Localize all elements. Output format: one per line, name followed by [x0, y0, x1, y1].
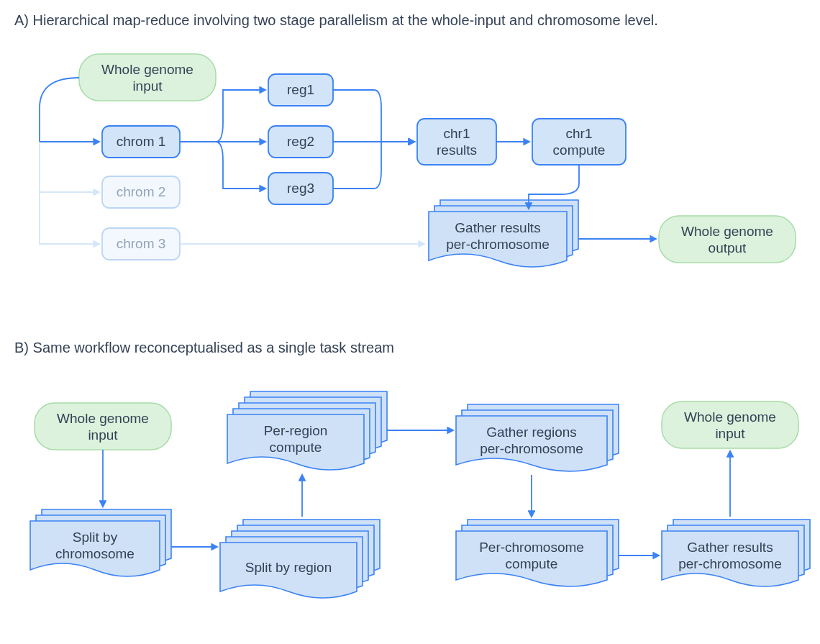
svg-text:input: input [715, 426, 745, 441]
arrow [180, 142, 265, 189]
a-chrom-1: chrom 1 [102, 126, 180, 158]
svg-text:output: output [709, 240, 747, 255]
svg-text:input: input [132, 78, 163, 94]
svg-text:results: results [437, 142, 477, 158]
svg-text:chromosome: chromosome [55, 546, 135, 561]
b-whole-genome-output: Whole genome input [662, 402, 798, 448]
arrow-faded [40, 192, 99, 244]
svg-text:Gather regions: Gather regions [486, 425, 577, 440]
svg-text:per-chromosome: per-chromosome [678, 556, 782, 571]
a-reg-2: reg2 [268, 126, 333, 158]
arrow [333, 90, 414, 142]
a-whole-genome-output: Whole genome output [659, 216, 796, 263]
arrow [333, 142, 414, 189]
svg-rect-23 [659, 216, 796, 263]
svg-text:per-chromosome: per-chromosome [446, 237, 550, 252]
svg-text:Per-chromosome: Per-chromosome [479, 540, 584, 555]
a-chr1-compute: chr1 compute [532, 119, 626, 165]
heading-b: B) Same workflow reconceptualised as a s… [14, 340, 394, 355]
svg-text:reg1: reg1 [287, 82, 314, 97]
b-gather-results: Gather results per-chromosome [662, 520, 810, 586]
b-split-by-region: Split by region [220, 520, 380, 598]
svg-text:Whole genome: Whole genome [681, 224, 773, 239]
svg-rect-26 [35, 403, 171, 450]
svg-text:Gather results: Gather results [687, 540, 773, 555]
svg-text:Whole genome: Whole genome [684, 409, 776, 425]
a-whole-genome-input: Whole genome input [79, 54, 216, 101]
svg-text:Whole genome: Whole genome [57, 411, 149, 426]
b-whole-genome-input: Whole genome input [35, 403, 171, 450]
svg-text:chrom 3: chrom 3 [117, 236, 166, 251]
a-chrom-3: chrom 3 [102, 228, 180, 260]
svg-text:compute: compute [270, 440, 322, 455]
svg-text:compute: compute [553, 142, 606, 158]
svg-text:Whole genome: Whole genome [101, 62, 193, 77]
b-per-region-compute: Per-region compute [227, 391, 387, 470]
svg-rect-0 [79, 54, 216, 101]
b-per-chrom-compute: Per-chromosome compute [456, 520, 619, 586]
arrow-faded [40, 142, 99, 192]
svg-text:Per-region: Per-region [264, 423, 328, 438]
svg-text:reg3: reg3 [287, 181, 314, 196]
a-chr1-results: chr1 results [417, 119, 496, 165]
a-chrom-2: chrom 2 [102, 176, 180, 208]
b-split-by-chromosome: Split by chromosome [30, 509, 171, 576]
svg-text:reg2: reg2 [287, 134, 314, 149]
b-gather-regions: Gather regions per-chromosome [456, 404, 619, 471]
a-reg-3: reg3 [268, 173, 333, 204]
svg-text:chr1: chr1 [444, 126, 470, 141]
svg-text:input: input [88, 427, 118, 443]
a-gather-results: Gather results per-chromosome [429, 200, 578, 267]
svg-text:Split by: Split by [73, 530, 118, 545]
svg-text:compute: compute [506, 556, 558, 571]
svg-text:Gather results: Gather results [455, 220, 540, 235]
svg-text:per-chromosome: per-chromosome [480, 441, 583, 456]
svg-text:chr1: chr1 [566, 126, 593, 141]
heading-a: A) Hierarchical map-reduce involving two… [14, 12, 658, 28]
a-reg-1: reg1 [268, 74, 333, 106]
svg-text:chrom 1: chrom 1 [117, 134, 166, 149]
svg-rect-40 [662, 402, 798, 448]
svg-text:Split by region: Split by region [245, 560, 332, 575]
svg-text:chrom 2: chrom 2 [117, 184, 166, 199]
